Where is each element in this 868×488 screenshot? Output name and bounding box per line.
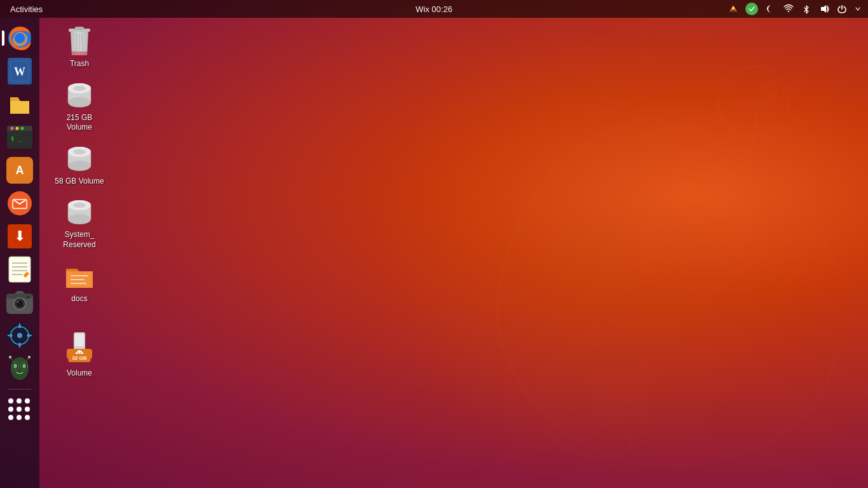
svg-point-6 — [788, 11, 789, 12]
camera-icon — [6, 290, 34, 315]
trash-label: Trash — [70, 59, 89, 69]
drive-icon-sysres — [65, 198, 94, 227]
firefox-icon — [6, 25, 33, 51]
files-icon — [6, 91, 33, 118]
terminal-icon: $ _ — [6, 124, 33, 151]
dock-item-software[interactable]: A — [4, 155, 35, 186]
notepad-icon — [8, 255, 32, 283]
dock-item-writer[interactable]: W — [4, 56, 35, 86]
dock-item-installer[interactable]: ⬇ — [4, 221, 35, 252]
svg-line-60 — [82, 34, 83, 53]
svg-point-45 — [18, 325, 22, 329]
svg-point-52 — [13, 363, 17, 369]
show-apps-icon — [4, 395, 35, 425]
software-icon: A — [6, 157, 33, 184]
svg-point-47 — [10, 334, 13, 337]
movie-icon — [6, 322, 33, 349]
svg-point-16 — [16, 127, 19, 130]
docs-label: docs — [71, 294, 87, 304]
svg-rect-84 — [71, 283, 86, 284]
ubuntu-watermark — [360, 0, 836, 477]
215gb-volume-icon[interactable]: 215 GB Volume — [51, 76, 108, 137]
svg-point-46 — [18, 343, 22, 346]
svg-marker-7 — [821, 5, 826, 13]
trash-icon[interactable]: Trash — [51, 22, 108, 73]
svg-rect-3 — [731, 10, 735, 10]
svg-text:W: W — [14, 65, 25, 78]
vlc-tray-icon[interactable] — [727, 3, 740, 15]
desktop-icons-container: Trash 215 GB Volume — [51, 22, 108, 383]
drive-icon-58gb — [65, 144, 94, 173]
svg-rect-82 — [71, 275, 88, 276]
svg-rect-86 — [75, 334, 84, 346]
drive-icon-215gb — [65, 81, 94, 110]
dock-item-show-apps[interactable] — [4, 395, 35, 425]
svg-point-77 — [68, 214, 91, 224]
svg-text:$ _: $ _ — [11, 135, 22, 142]
volume-icon[interactable] — [817, 4, 831, 14]
topbar: Activities Wix 00:26 — [0, 0, 868, 18]
system-reserved-icon[interactable]: System_Reserved — [51, 193, 108, 254]
topbar-left: Activities — [5, 0, 48, 18]
green-indicator-icon[interactable] — [743, 3, 760, 15]
svg-point-70 — [68, 161, 91, 171]
svg-rect-37 — [26, 296, 30, 299]
dock-item-firefox[interactable] — [4, 23, 35, 53]
svg-point-36 — [17, 301, 19, 303]
svg-point-48 — [27, 334, 31, 337]
dock-item-files[interactable] — [4, 89, 35, 119]
topbar-clock[interactable]: Wix 00:26 — [416, 4, 452, 14]
folder-docs-icon — [64, 262, 95, 290]
58gb-label: 58 GB Volume — [55, 177, 104, 187]
svg-point-53 — [22, 363, 26, 369]
power-menu-arrow[interactable] — [853, 6, 863, 12]
svg-text:A: A — [16, 164, 24, 177]
postman-icon — [6, 190, 33, 217]
dock-item-alien[interactable] — [4, 353, 35, 384]
58gb-volume-icon[interactable]: 58 GB Volume — [51, 140, 108, 191]
trash-can-icon — [65, 26, 93, 57]
docs-folder-icon[interactable]: docs — [51, 257, 108, 308]
svg-rect-4 — [731, 11, 736, 11]
32gb-usb-label: Volume — [67, 369, 92, 379]
power-icon[interactable] — [835, 4, 849, 14]
svg-text:⬇: ⬇ — [14, 228, 25, 244]
svg-rect-25 — [9, 257, 31, 282]
desktop: Activities Wix 00:26 — [0, 0, 868, 488]
bluetooth-icon[interactable] — [799, 4, 813, 14]
night-mode-icon[interactable] — [764, 4, 778, 14]
topbar-right — [727, 3, 863, 15]
svg-point-15 — [11, 127, 14, 130]
svg-point-63 — [68, 97, 91, 107]
dock-divider — [8, 389, 31, 390]
usb-size-badge: 32 GB — [68, 354, 90, 362]
svg-point-5 — [732, 7, 735, 10]
installer-icon: ⬇ — [6, 223, 33, 250]
svg-point-17 — [21, 127, 24, 130]
svg-rect-57 — [75, 27, 84, 30]
system-reserved-label: System_Reserved — [63, 230, 95, 250]
dock: W $ _ — [0, 18, 39, 488]
writer-icon: W — [8, 58, 32, 85]
svg-point-65 — [73, 86, 86, 91]
dock-item-camera[interactable] — [4, 287, 35, 318]
svg-point-9 — [15, 33, 25, 43]
svg-point-79 — [73, 203, 86, 208]
spacer — [51, 311, 108, 323]
svg-point-72 — [73, 149, 86, 154]
dock-item-movie[interactable] — [4, 320, 35, 351]
svg-point-40 — [17, 333, 22, 338]
wifi-icon[interactable] — [782, 4, 796, 14]
svg-rect-92 — [78, 350, 81, 353]
svg-rect-83 — [71, 279, 85, 280]
alien-icon — [8, 355, 32, 383]
dock-item-postman[interactable] — [4, 188, 35, 219]
svg-point-54 — [9, 356, 11, 358]
32gb-usb-icon[interactable]: 32 GB Volume — [51, 327, 108, 383]
dock-item-terminal[interactable]: $ _ — [4, 122, 35, 152]
215gb-label: 215 GB Volume — [55, 113, 104, 133]
svg-line-58 — [76, 34, 77, 53]
dock-item-notepad[interactable] — [4, 254, 35, 285]
svg-point-55 — [28, 356, 31, 358]
activities-button[interactable]: Activities — [5, 0, 48, 18]
